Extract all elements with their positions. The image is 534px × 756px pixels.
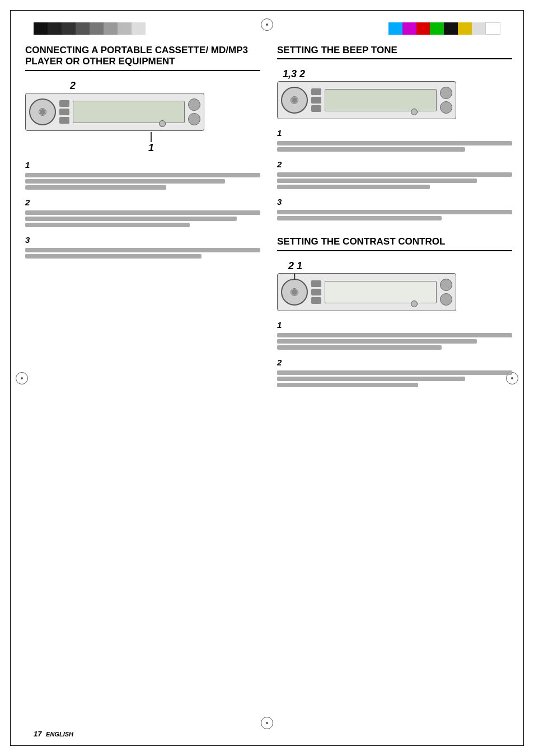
beep-device-knob: [281, 87, 308, 114]
beep-step-1: 1: [277, 128, 512, 152]
page-border-bottom: [10, 745, 524, 746]
beep-step-1-num: 1: [277, 128, 512, 138]
contrast-device-right-buttons: [440, 279, 452, 306]
contrast-step-1-num: 1: [277, 320, 512, 330]
beep-device-small-buttons: [311, 88, 321, 112]
left-step-3: 3: [25, 235, 260, 259]
right-column: SETTING THE BEEP TONE 1,3 2: [277, 45, 512, 395]
beep-device-wrap: 1,3 2: [277, 68, 512, 119]
left-column: CONNECTING A PORTABLE CASSETTE/ MD/MP3 P…: [25, 45, 260, 266]
contrast-device-wrap: 2 1: [277, 260, 512, 311]
crosshair-top-center: [261, 18, 273, 31]
beep-device-right-buttons: [440, 87, 452, 114]
top-color-bar-right: [388, 22, 500, 35]
beep-step-2: 2: [277, 159, 512, 189]
left-device-jack: [159, 120, 166, 127]
beep-device-jack: [411, 109, 418, 115]
left-step-1: 1: [25, 160, 260, 190]
left-device-wrap: 2: [25, 80, 260, 131]
left-steps: 1 2 3: [25, 160, 260, 259]
contrast-step-2-num: 2: [277, 358, 512, 367]
page-border-top: [10, 10, 524, 11]
beep-step-3-num: 3: [277, 197, 512, 206]
top-color-bar-left: [34, 22, 146, 35]
left-device-label-2: 2: [70, 80, 76, 91]
page-border-right: [523, 10, 524, 746]
beep-device-label: 1,3 2: [283, 68, 305, 79]
crosshair-bottom-center: [261, 717, 273, 729]
contrast-step-1: 1: [277, 320, 512, 350]
left-step-1-num: 1: [25, 160, 260, 170]
left-device-knob: [29, 98, 56, 125]
contrast-device-label: 2 1: [288, 260, 302, 271]
contrast-title: SETTING THE CONTRAST CONTROL: [277, 236, 512, 251]
left-device-display: [73, 101, 185, 123]
beep-step-3: 3: [277, 197, 512, 220]
beep-steps: 1 2 3: [277, 128, 512, 220]
beep-tone-title: SETTING THE BEEP TONE: [277, 45, 512, 59]
contrast-device-knob: [281, 279, 308, 306]
beep-tone-section: SETTING THE BEEP TONE 1,3 2: [277, 45, 512, 220]
contrast-step-2: 2: [277, 358, 512, 387]
left-step-3-num: 3: [25, 235, 260, 245]
contrast-section: SETTING THE CONTRAST CONTROL 2 1: [277, 236, 512, 387]
left-device-right-buttons: [188, 98, 200, 125]
page-border-left: [10, 10, 11, 746]
left-step-2-num: 2: [25, 198, 260, 207]
beep-device-display: [325, 89, 437, 111]
english-label: ENGLISH: [46, 731, 73, 738]
page-number-area: 17 ENGLISH: [34, 730, 73, 738]
contrast-device-small-buttons: [311, 280, 321, 304]
contrast-device-image: [277, 273, 456, 311]
left-device-image: [25, 93, 204, 131]
beep-device-image: [277, 81, 456, 119]
left-device-annotation-1: 1: [148, 142, 154, 154]
contrast-device-display: [325, 281, 437, 303]
contrast-device-jack: [411, 300, 418, 307]
contrast-steps: 1 2: [277, 320, 512, 387]
left-device-small-buttons: [59, 100, 69, 124]
left-section-title: CONNECTING A PORTABLE CASSETTE/ MD/MP3 P…: [25, 45, 260, 71]
left-step-2: 2: [25, 198, 260, 227]
beep-step-2-num: 2: [277, 159, 512, 169]
page-number: 17: [34, 730, 41, 738]
crosshair-mid-left: [16, 372, 28, 384]
